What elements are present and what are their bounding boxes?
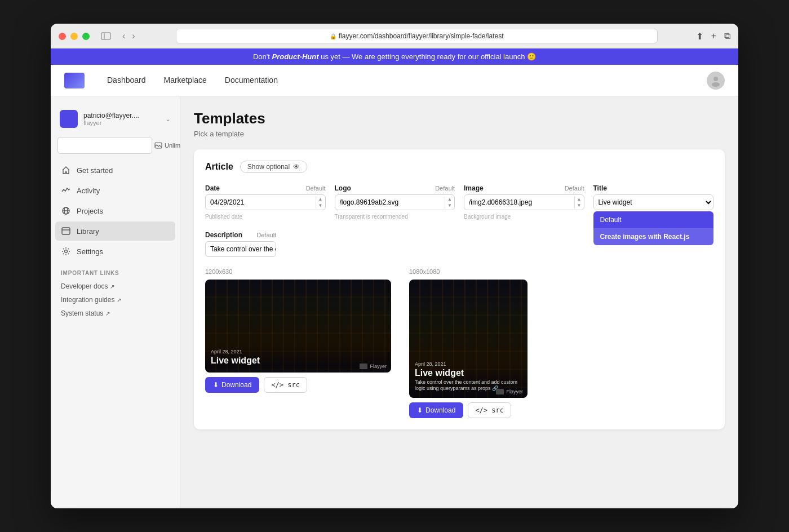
- sidebar-toggle[interactable]: [101, 31, 111, 41]
- spinner-down[interactable]: ▼: [577, 202, 582, 209]
- image-input[interactable]: [464, 195, 574, 210]
- flayyer-logo-icon-wide: [360, 363, 367, 369]
- logo[interactable]: [64, 73, 85, 88]
- field-desc-label-row: Description Default: [205, 231, 276, 239]
- external-link-icon: ↗: [117, 297, 121, 303]
- spinner-down[interactable]: ▼: [318, 202, 323, 209]
- nav-marketplace[interactable]: Marketplace: [155, 65, 216, 96]
- city-bg-wide: April 28, 2021 Live widget Flayyer: [205, 280, 391, 373]
- titlebar: ‹ › 🔒 flayyer.com/dashboard/flayyer/libr…: [51, 24, 738, 48]
- url-bar[interactable]: 🔒 flayyer.com/dashboard/flayyer/library/…: [176, 29, 658, 43]
- date-hint: Published date: [205, 214, 326, 220]
- logo-input[interactable]: [335, 195, 445, 210]
- banner-text-suffix: us yet — We are getting everything ready…: [319, 52, 537, 61]
- important-links-title: IMPORTANT LINKS: [51, 261, 180, 280]
- new-tab-button[interactable]: +: [711, 31, 716, 41]
- sidebar-label-get-started: Get started: [77, 166, 113, 175]
- sidebar: patricio@flayyer.... flayyer ⌄ Unlimited: [51, 96, 180, 508]
- tabs-button[interactable]: ⧉: [724, 31, 730, 41]
- gear-icon: [61, 246, 71, 256]
- show-optional-button[interactable]: Show optional 👁: [240, 161, 307, 173]
- field-date: Date Default ▲ ▼ Published date: [205, 184, 326, 220]
- logo-spinner: ▲ ▼: [445, 196, 454, 209]
- title-input[interactable]: [594, 195, 698, 210]
- download-icon-square: ⬇: [417, 406, 423, 414]
- title-select[interactable]: [697, 198, 713, 207]
- sidebar-item-activity[interactable]: Activity: [55, 181, 175, 200]
- nav-arrows: ‹ ›: [120, 30, 138, 42]
- spinner-up[interactable]: ▲: [318, 196, 323, 202]
- external-link-icon: ↗: [110, 283, 114, 290]
- image-default: Default: [565, 185, 584, 192]
- preview-date-square: April 28, 2021: [415, 361, 522, 367]
- eye-icon: 👁: [293, 163, 300, 171]
- sidebar-item-get-started[interactable]: Get started: [55, 161, 175, 180]
- close-button[interactable]: [59, 33, 66, 40]
- sidebar-link-developer-docs[interactable]: Developer docs ↗: [51, 280, 180, 293]
- share-button[interactable]: ⬆: [696, 31, 703, 42]
- dropdown-item-react[interactable]: Create images with React.js: [593, 228, 714, 245]
- date-input[interactable]: [206, 195, 316, 210]
- forward-button[interactable]: ›: [130, 30, 137, 42]
- url-text: flayyer.com/dashboard/flayyer/library/si…: [339, 32, 504, 40]
- article-label: Article: [205, 162, 233, 172]
- preview-card-wide[interactable]: April 28, 2021 Live widget Flayyer: [205, 280, 391, 373]
- src-button-square[interactable]: </> src: [468, 402, 511, 418]
- sidebar-label-library: Library: [77, 227, 99, 236]
- window-icon: [61, 226, 71, 236]
- external-link-icon: ↗: [105, 311, 110, 317]
- preview-date-wide: April 28, 2021: [211, 349, 385, 354]
- spinner-down[interactable]: ▼: [447, 202, 452, 209]
- preview-wide-col: 1200x630 April 28, 2021 Live widget: [205, 268, 391, 393]
- activity-icon: [61, 185, 71, 196]
- dropdown-item-default[interactable]: Default: [593, 211, 714, 228]
- download-button-wide[interactable]: ⬇ Download: [205, 377, 259, 393]
- title-input-area: [593, 194, 714, 210]
- maximize-button[interactable]: [82, 33, 90, 40]
- sidebar-label-projects: Projects: [77, 207, 103, 215]
- field-image: Image Default ▲ ▼ Background image: [464, 184, 584, 220]
- desc-input[interactable]: [206, 242, 276, 256]
- field-logo: Logo Default ▲ ▼ Transparent is recommen…: [335, 184, 455, 220]
- preview-actions-wide: ⬇ Download </> src: [205, 377, 307, 393]
- field-description: Description Default ▲ ▼: [205, 231, 276, 257]
- sidebar-item-library[interactable]: Library: [55, 221, 175, 241]
- download-button-square[interactable]: ⬇ Download: [409, 402, 463, 418]
- image-input-wrapper: ▲ ▼: [464, 194, 584, 210]
- sidebar-link-system-status[interactable]: System status ↗: [51, 307, 180, 320]
- svg-point-3: [712, 82, 720, 87]
- logo-hint: Transparent is recommended: [335, 214, 455, 220]
- back-button[interactable]: ‹: [120, 30, 127, 42]
- image-label: Image: [464, 184, 484, 192]
- date-default: Default: [306, 185, 326, 192]
- sidebar-item-projects[interactable]: Projects: [55, 201, 175, 220]
- user-avatar[interactable]: [707, 72, 725, 90]
- sidebar-link-integration-guides[interactable]: Integration guides ↗: [51, 293, 180, 307]
- preview-title-square: Live widget: [415, 368, 522, 378]
- spinner-up[interactable]: ▲: [447, 196, 452, 202]
- date-label: Date: [205, 184, 220, 192]
- image-icon: [154, 141, 162, 149]
- page-subtitle: Pick a template: [194, 130, 725, 138]
- image-spinner: ▲ ▼: [574, 196, 584, 209]
- announcement-banner: Don't Product-Hunt us yet — We are getti…: [51, 48, 738, 65]
- preview-card-square[interactable]: April 28, 2021 Live widget Take control …: [409, 280, 528, 398]
- sidebar-label-activity: Activity: [77, 187, 100, 195]
- account-switcher[interactable]: patricio@flayyer.... flayyer ⌄: [51, 105, 180, 137]
- logo-box: [64, 73, 85, 88]
- city-bg-square: April 28, 2021 Live widget Take control …: [409, 280, 528, 398]
- search-input[interactable]: [57, 137, 152, 154]
- panel-header: Article Show optional 👁: [205, 161, 713, 173]
- sidebar-item-settings[interactable]: Settings: [55, 242, 175, 261]
- nav-dashboard[interactable]: Dashboard: [98, 65, 155, 96]
- sidebar-avatar: [60, 110, 78, 128]
- nav-documentation[interactable]: Documentation: [216, 65, 287, 96]
- minimize-button[interactable]: [70, 33, 78, 40]
- main-layout: patricio@flayyer.... flayyer ⌄ Unlimited: [51, 96, 738, 508]
- spinner-up[interactable]: ▲: [577, 196, 582, 202]
- preview-square-col: 1080x1080 April 28, 2021 Live widget Tak…: [409, 268, 528, 418]
- field-logo-label-row: Logo Default: [335, 184, 455, 192]
- src-button-wide[interactable]: </> src: [264, 377, 307, 393]
- logo-default: Default: [435, 185, 455, 192]
- preview-actions-square: ⬇ Download </> src: [409, 402, 511, 418]
